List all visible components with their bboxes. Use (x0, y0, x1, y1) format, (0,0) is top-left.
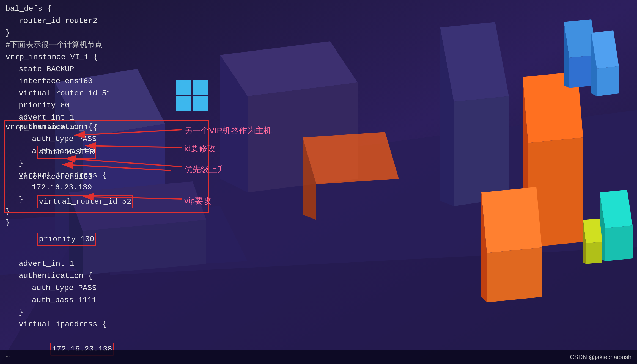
svg-marker-11 (454, 96, 509, 206)
svg-marker-30 (605, 225, 633, 261)
code-line-7: interface ens160 (6, 75, 204, 87)
svg-marker-17 (487, 247, 542, 302)
code-section-top: bal_defs { router_id router2 } #下面表示很一个计… (0, 0, 209, 124)
highlight-priority: priority 100 (37, 233, 96, 246)
svg-marker-28 (600, 190, 633, 228)
annotation-vip: vip要改 (184, 195, 211, 206)
svg-marker-15 (481, 187, 542, 253)
code-line-1: bal_defs { (6, 3, 204, 15)
csdn-watermark: CSDN @jakiechaipush (570, 354, 631, 361)
svg-marker-23 (597, 66, 619, 96)
code-line-4: #下面表示很一个计算机节点 (6, 39, 204, 51)
svg-marker-33 (586, 242, 602, 264)
svg-marker-38 (303, 132, 399, 184)
annotation-priority: 优先级上升 (184, 164, 226, 175)
code-line-6: state BACKUP (6, 63, 204, 75)
code-line-3: } (6, 27, 204, 39)
bottom-bar: ~ CSDN @jakiechaipush (0, 350, 637, 364)
code-line-8: virtual_router_id 51 (6, 87, 204, 100)
code-line-9: priority 80 (6, 100, 204, 112)
tilde-symbol: ~ (6, 353, 10, 361)
annotation-id: id要修改 (184, 143, 215, 154)
code-line-2: router_id router2 (6, 15, 204, 27)
annotation-main-box (4, 120, 209, 213)
code-last-brace: } (0, 217, 16, 229)
code-line-5: vrrp_instance VI_1 { (6, 51, 204, 63)
annotation-master: 另一个VIP机器作为主机 (184, 125, 272, 136)
svg-marker-31 (583, 219, 602, 243)
